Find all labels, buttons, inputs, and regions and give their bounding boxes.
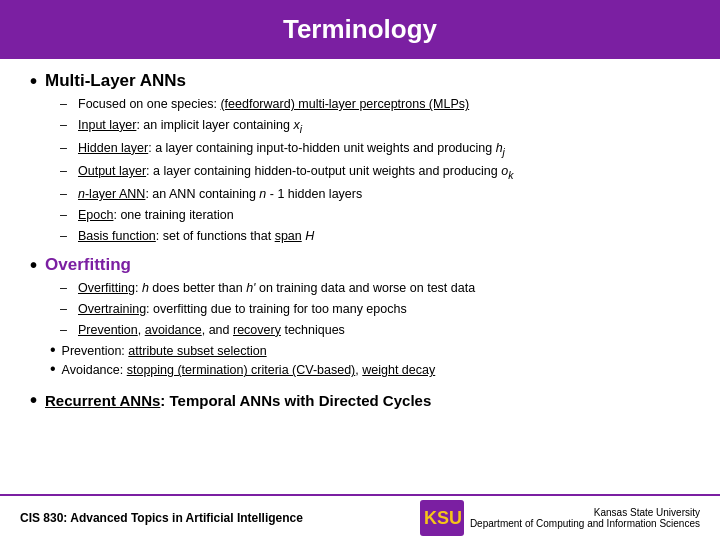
svg-text:KSU: KSU (424, 508, 462, 528)
page-title: Terminology (283, 14, 437, 44)
bullet-3-label: • Recurrent ANNs: Temporal ANNs with Dir… (30, 390, 690, 410)
list-item: –Overtraining: overfitting due to traini… (60, 300, 690, 319)
item-text: Avoidance: stopping (termination) criter… (62, 361, 436, 380)
footer-left-text: CIS 830: Advanced Topics in Artificial I… (20, 511, 303, 525)
item-text: Overtraining: overfitting due to trainin… (78, 300, 407, 319)
item-text: Output layer: a layer containing hidden-… (78, 162, 513, 183)
bullet-3: • Recurrent ANNs: Temporal ANNs with Dir… (30, 390, 690, 410)
bullet-3-text: Recurrent ANNs: Temporal ANNs with Direc… (45, 392, 431, 409)
bullet-dot-1: • (30, 71, 37, 91)
footer-right-area: KSU Kansas State University Department o… (420, 500, 700, 536)
list-item: –n-layer ANN: an ANN containing n - 1 hi… (60, 185, 690, 204)
bullet-dot-3: • (30, 390, 37, 410)
item-text: Epoch: one training iteration (78, 206, 234, 225)
bullet-2-subsublist: •Prevention: attribute subset selection … (50, 342, 690, 381)
list-item: –Epoch: one training iteration (60, 206, 690, 225)
content-area: • Multi-Layer ANNs –Focused on one speci… (0, 59, 720, 428)
item-text: Overfitting: h does better than h' on tr… (78, 279, 475, 298)
list-item: –Output layer: a layer containing hidden… (60, 162, 690, 183)
list-item: –Prevention, avoidance, and recovery tec… (60, 321, 690, 340)
item-text: Prevention, avoidance, and recovery tech… (78, 321, 345, 340)
list-item: •Prevention: attribute subset selection (50, 342, 690, 361)
bullet-2: • Overfitting –Overfitting: h does bette… (30, 255, 690, 380)
bullet-2-sublist: –Overfitting: h does better than h' on t… (60, 279, 690, 339)
list-item: –Focused on one species: (feedforward) m… (60, 95, 690, 114)
page-footer: CIS 830: Advanced Topics in Artificial I… (0, 494, 720, 540)
bullet-1-label: • Multi-Layer ANNs (30, 71, 690, 91)
footer-department: Department of Computing and Information … (470, 518, 700, 529)
list-item: •Avoidance: stopping (termination) crite… (50, 361, 690, 380)
item-text: Input layer: an implicit layer containin… (78, 116, 302, 137)
ksu-logo-icon: KSU (420, 500, 464, 536)
bullet-1-sublist: –Focused on one species: (feedforward) m… (60, 95, 690, 245)
item-text: Focused on one species: (feedforward) mu… (78, 95, 469, 114)
item-text: Prevention: attribute subset selection (62, 342, 267, 361)
item-text: Basis function: set of functions that sp… (78, 227, 314, 246)
footer-university: Kansas State University (470, 507, 700, 518)
list-item: –Overfitting: h does better than h' on t… (60, 279, 690, 298)
item-text: n-layer ANN: an ANN containing n - 1 hid… (78, 185, 362, 204)
list-item: –Input layer: an implicit layer containi… (60, 116, 690, 137)
item-text: Hidden layer: a layer containing input-t… (78, 139, 505, 160)
list-item: –Basis function: set of functions that s… (60, 227, 690, 246)
bullet-2-label: • Overfitting (30, 255, 690, 275)
bullet-2-text: Overfitting (45, 255, 131, 275)
list-item: –Hidden layer: a layer containing input-… (60, 139, 690, 160)
bullet-1: • Multi-Layer ANNs –Focused on one speci… (30, 71, 690, 245)
bullet-1-text: Multi-Layer ANNs (45, 71, 186, 91)
footer-right-text: Kansas State University Department of Co… (470, 507, 700, 529)
bullet-dot-2: • (30, 255, 37, 275)
page-header: Terminology (0, 0, 720, 59)
